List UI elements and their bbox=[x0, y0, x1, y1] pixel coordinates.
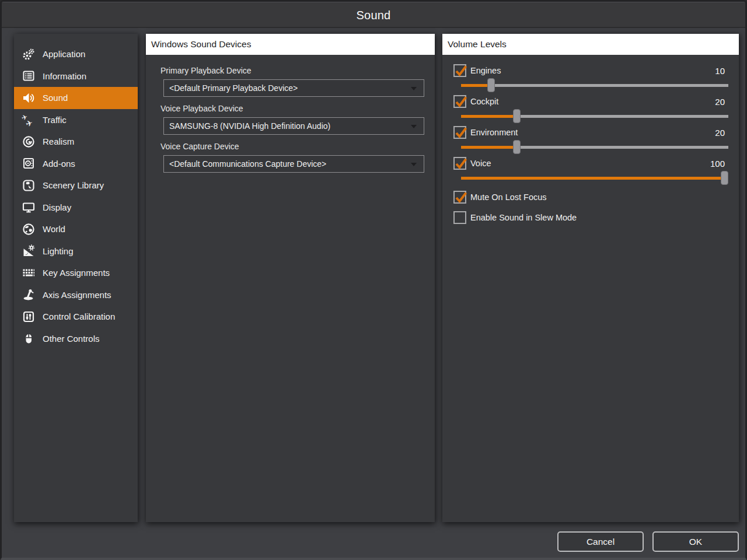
airplanes-icon: ✈ ✈ bbox=[21, 112, 36, 127]
sidebar-item-label: Key Assignments bbox=[43, 268, 110, 278]
sidebar-item-label: Axis Assignments bbox=[43, 290, 111, 300]
svg-text:✈: ✈ bbox=[25, 118, 34, 129]
sidebar-item-label: Realism bbox=[43, 136, 74, 146]
engines-checkbox[interactable] bbox=[453, 64, 466, 77]
list-icon bbox=[21, 68, 36, 83]
volume-levels-header: Volume Levels bbox=[442, 34, 739, 55]
engines-slider[interactable] bbox=[461, 78, 728, 92]
sidebar-item-label: Lighting bbox=[43, 246, 74, 256]
dropdown-arrow-icon bbox=[411, 125, 417, 128]
sidebar-item-key-assignments[interactable]: Key Assignments bbox=[14, 262, 138, 284]
swirl-icon bbox=[21, 134, 36, 149]
cockpit-value: 20 bbox=[715, 97, 725, 107]
sidebar-item-other-controls[interactable]: Other Controls bbox=[14, 328, 138, 350]
titlebar: Sound bbox=[2, 2, 745, 28]
slider-thumb[interactable] bbox=[721, 171, 728, 185]
slider-thumb[interactable] bbox=[513, 140, 521, 154]
primary-playback-label: Primary Playback Device bbox=[160, 65, 435, 76]
sidebar-item-world[interactable]: World bbox=[14, 218, 138, 240]
enable-sound-slew-row: Enable Sound in Slew Mode bbox=[453, 211, 728, 224]
sidebar-item-label: Information bbox=[43, 71, 86, 81]
sidebar-item-label: Sound bbox=[43, 93, 68, 103]
environment-value: 20 bbox=[715, 128, 725, 138]
scenery-globe-icon bbox=[21, 178, 36, 193]
voice-capture-label: Voice Capture Device bbox=[160, 141, 435, 152]
mute-on-lost-focus-label: Mute On Lost Focus bbox=[470, 192, 547, 202]
settings-sidebar: Application Information S bbox=[14, 34, 138, 522]
sidebar-item-label: Other Controls bbox=[43, 334, 100, 344]
sidebar-item-application[interactable]: Application bbox=[14, 43, 138, 65]
sidebar-item-addons[interactable]: Add-ons bbox=[14, 153, 138, 175]
enable-sound-slew-checkbox[interactable] bbox=[453, 211, 466, 224]
cockpit-label: Cockpit bbox=[470, 97, 498, 106]
voice-volume-row: Voice 100 bbox=[453, 157, 728, 185]
environment-checkbox[interactable] bbox=[453, 126, 466, 139]
gears-icon bbox=[21, 47, 36, 62]
voice-slider[interactable] bbox=[461, 171, 728, 185]
sliders-icon bbox=[21, 309, 36, 324]
ok-button[interactable]: OK bbox=[652, 531, 739, 552]
sidebar-item-sound[interactable]: Sound bbox=[14, 87, 138, 109]
sidebar-item-label: Scenery Library bbox=[43, 180, 104, 190]
sidebar-item-label: Add-ons bbox=[43, 159, 75, 169]
window-title: Sound bbox=[357, 9, 391, 22]
sidebar-item-label: Application bbox=[43, 49, 85, 59]
monitor-icon bbox=[21, 200, 36, 215]
speaker-icon bbox=[21, 90, 36, 106]
sidebar-item-label: World bbox=[43, 224, 65, 234]
volume-levels-panel: Volume Levels Engines 10 bbox=[442, 34, 739, 522]
dropdown-arrow-icon bbox=[411, 87, 417, 90]
globe-icon bbox=[21, 222, 36, 237]
voice-capture-value: <Default Communications Capture Device> bbox=[164, 159, 326, 169]
sidebar-item-label: Display bbox=[43, 202, 71, 212]
sound-settings-window: Sound Application bbox=[0, 0, 747, 560]
sidebar-item-realism[interactable]: Realism bbox=[14, 131, 138, 153]
mouse-icon bbox=[21, 331, 36, 346]
sidebar-item-label: Control Calibration bbox=[43, 312, 115, 321]
sidebar-item-information[interactable]: Information bbox=[14, 65, 138, 88]
sidebar-item-display[interactable]: Display bbox=[14, 197, 138, 219]
voice-checkbox[interactable] bbox=[453, 157, 466, 170]
environment-slider[interactable] bbox=[461, 140, 728, 154]
voice-capture-dropdown[interactable]: <Default Communications Capture Device> bbox=[163, 155, 424, 173]
slider-thumb[interactable] bbox=[487, 78, 495, 92]
mute-on-lost-focus-checkbox[interactable] bbox=[453, 191, 466, 204]
engines-volume-row: Engines 10 bbox=[453, 64, 728, 92]
cockpit-checkbox[interactable] bbox=[453, 95, 466, 108]
sidebar-item-label: Traffic bbox=[43, 115, 67, 125]
sidebar-item-lighting[interactable]: Lighting bbox=[14, 240, 138, 262]
voice-playback-label: Voice Playback Device bbox=[160, 103, 435, 114]
cancel-button[interactable]: Cancel bbox=[557, 531, 644, 552]
sidebar-item-control-calibration[interactable]: Control Calibration bbox=[14, 306, 138, 328]
joystick-icon bbox=[21, 287, 36, 302]
cockpit-slider[interactable] bbox=[461, 109, 728, 123]
enable-sound-slew-label: Enable Sound in Slew Mode bbox=[470, 213, 577, 222]
cockpit-volume-row: Cockpit 20 bbox=[453, 95, 728, 123]
environment-label: Environment bbox=[470, 128, 518, 137]
voice-label: Voice bbox=[470, 159, 491, 168]
voice-playback-value: SAMSUNG-8 (NVIDIA High Definition Audio) bbox=[164, 121, 330, 131]
keyboard-icon bbox=[21, 265, 36, 281]
mute-on-lost-focus-row: Mute On Lost Focus bbox=[453, 191, 728, 204]
sidebar-item-traffic[interactable]: ✈ ✈ Traffic bbox=[14, 109, 138, 131]
sound-devices-header: Windows Sound Devices bbox=[146, 34, 435, 55]
sidebar-item-scenery-library[interactable]: Scenery Library bbox=[14, 174, 138, 197]
primary-playback-value: <Default Primary Playback Device> bbox=[164, 83, 298, 93]
sidebar-item-axis-assignments[interactable]: Axis Assignments bbox=[14, 284, 138, 306]
environment-volume-row: Environment 20 bbox=[453, 126, 728, 154]
dropdown-arrow-icon bbox=[411, 163, 417, 166]
engines-value: 10 bbox=[715, 66, 725, 76]
slider-thumb[interactable] bbox=[513, 109, 521, 123]
voice-playback-dropdown[interactable]: SAMSUNG-8 (NVIDIA High Definition Audio) bbox=[163, 117, 424, 135]
voice-value: 100 bbox=[710, 159, 725, 169]
sound-devices-panel: Windows Sound Devices Primary Playback D… bbox=[146, 34, 435, 522]
primary-playback-dropdown[interactable]: <Default Primary Playback Device> bbox=[163, 79, 424, 97]
engines-label: Engines bbox=[470, 66, 501, 75]
day-night-icon bbox=[21, 243, 36, 258]
addon-box-icon bbox=[21, 156, 36, 171]
